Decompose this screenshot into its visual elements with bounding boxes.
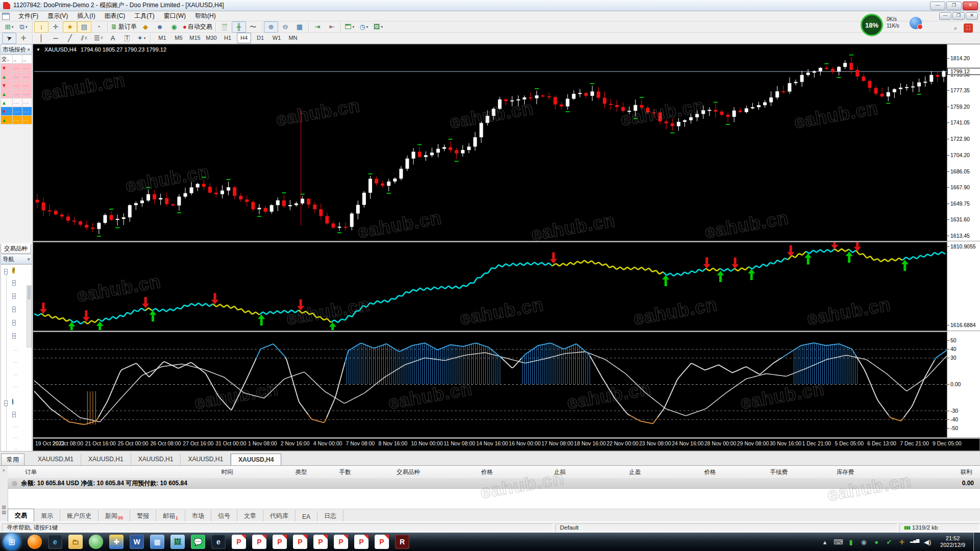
broadcast-button[interactable]: ◉ (167, 21, 181, 33)
taskbar-app-dooprime[interactable]: P (354, 535, 369, 549)
taskbar-app-dooprime[interactable]: P (313, 535, 328, 549)
terminal-tab-文章[interactable]: 文章 (237, 510, 263, 522)
menu-item-3[interactable]: 图表(C) (100, 11, 130, 20)
chart-tab-2[interactable]: XAUUSD,H1 (131, 454, 181, 466)
terminal-column-header[interactable]: 止损 (554, 468, 566, 476)
taskbar-app-iedark[interactable]: e (211, 535, 226, 549)
indicators-button[interactable]: 🗔▾ (342, 21, 357, 33)
text-button[interactable]: A (106, 33, 120, 44)
taskbar-app-word[interactable]: W (130, 535, 144, 549)
taskbar-app-photo[interactable]: 🖼 (170, 535, 185, 549)
market-symbol-row[interactable]: ▲······ (1, 98, 32, 107)
terminal-tab-代码库[interactable]: 代码库 (263, 510, 296, 522)
market-column-header[interactable]: .. (22, 55, 32, 64)
overlay-percent-badge[interactable]: 18% (861, 14, 883, 36)
timeframe-W1[interactable]: W1 (270, 33, 284, 43)
tree-expand-box[interactable]: + (12, 412, 16, 417)
terminal-tab-交易[interactable]: 交易 (8, 509, 34, 522)
menu-item-4[interactable]: 工具(T) (130, 11, 159, 20)
common-tab[interactable]: 常用 (1, 454, 24, 466)
tray-icon-speaker[interactable]: ◀) (923, 538, 932, 546)
terminal-column-header[interactable]: 价格 (481, 468, 493, 476)
taskbar-app-dooprime[interactable]: P (375, 535, 389, 549)
navigator-scrollbar[interactable] (27, 285, 32, 347)
taskbar-app-reader[interactable]: R (395, 535, 409, 549)
menu-item-6[interactable]: 帮助(H) (190, 11, 220, 20)
tree-expand-box[interactable]: + (12, 280, 16, 285)
text-label-button[interactable]: T (120, 33, 134, 44)
terminal-column-header[interactable]: 库存费 (837, 468, 854, 476)
terminal-column-header[interactable]: 类型 (296, 468, 307, 476)
status-profile-cell[interactable]: Default (555, 523, 897, 532)
chart-tab-0[interactable]: XAUUSD,M1 (31, 454, 81, 466)
chart-tab-4[interactable]: XAUUSD,H4 (231, 454, 281, 466)
tray-icon-usb-check[interactable]: ✔ (885, 538, 894, 546)
timeframe-H4[interactable]: H4 (237, 33, 251, 43)
main-price-chart[interactable] (34, 54, 947, 240)
zoom-out-button[interactable]: ⊖ (278, 21, 292, 33)
chart-tab-3[interactable]: XAUUSD,H1 (181, 454, 231, 466)
tray-icon-keyboard[interactable]: ⌨ (834, 538, 843, 546)
market-symbol-row[interactable]: ▼······ (1, 64, 32, 72)
fiji-trend-panel[interactable] (34, 242, 947, 330)
terminal-tab-警报[interactable]: 警报 (130, 510, 156, 522)
community-button[interactable]: ☻ (153, 21, 167, 33)
timeframe-M30[interactable]: M30 (204, 33, 218, 43)
terminal-column-header[interactable]: 手数 (339, 468, 351, 476)
taskbar-app-wechat[interactable]: 💬 (191, 535, 205, 549)
chevron-down-icon[interactable]: ▼ (36, 47, 40, 52)
taskbar-app-imgfolder[interactable]: ▦ (150, 535, 164, 549)
data-window-button[interactable]: ✛ (48, 21, 63, 33)
orders-column-label[interactable]: 订单 (25, 468, 37, 476)
taskbar-app-dooprime[interactable]: P (334, 535, 348, 549)
crosshair-button[interactable]: ✛ (16, 33, 31, 44)
tree-expand-box[interactable]: + (12, 333, 16, 338)
tree-leaf-stub[interactable]: ··· (13, 435, 18, 440)
vertical-line-button[interactable]: │ (34, 33, 48, 44)
timeframe-H1[interactable]: H1 (220, 33, 235, 43)
tray-icon-cast[interactable]: ◉ (859, 538, 868, 546)
indicators-group-icon[interactable]: f (12, 268, 15, 273)
tree-collapse-box[interactable]: − (4, 400, 8, 406)
terminal-tab-市场[interactable]: 市场 (185, 510, 211, 522)
periods-button[interactable]: ◷▾ (357, 21, 371, 33)
tree-leaf-stub[interactable]: ··· (13, 360, 18, 365)
trendline-button[interactable]: ╱ (63, 33, 77, 44)
bar-chart-button[interactable]: 𝄛 (217, 21, 232, 33)
tray-icon-usb-green[interactable]: ▮ (846, 538, 855, 546)
terminal-close-icon[interactable]: × (0, 468, 8, 473)
channel-button[interactable]: ⫽E (77, 33, 91, 44)
timeframe-M1[interactable]: M1 (155, 33, 169, 43)
taskbar-app-browser360[interactable] (89, 535, 103, 549)
tray-icon-gold-plus[interactable]: ✛ (897, 538, 906, 546)
close-button[interactable]: ✕ (963, 2, 978, 10)
capture-tool-icon[interactable]: ⛶ (964, 23, 973, 33)
tree-expand-box[interactable]: + (12, 320, 16, 325)
taskbar-app-dooprime[interactable]: P (232, 535, 246, 549)
symbols-tab[interactable]: 交易品种 (1, 243, 32, 254)
terminal-toggle[interactable]: ▤ (77, 21, 91, 33)
tray-icon-browser360-tray[interactable]: ● (872, 538, 881, 546)
taskbar-app-ie[interactable]: e (48, 535, 62, 549)
child-minimize-button[interactable]: — (939, 12, 951, 20)
profiles-button[interactable]: ⧉▾ (16, 21, 31, 33)
tree-expand-box[interactable]: + (12, 307, 16, 312)
market-symbol-row[interactable]: ▼······ (1, 107, 32, 116)
market-symbol-row[interactable]: ▲······ (1, 116, 32, 124)
terminal-column-header[interactable]: 止盈 (629, 468, 641, 476)
tree-leaf-stub[interactable]: ··· (13, 384, 18, 389)
terminal-column-header[interactable]: 时间 (222, 468, 233, 476)
new-order-button[interactable]: 🗎新订单 (109, 21, 138, 33)
candlestick-button[interactable]: ╫ (232, 21, 246, 33)
taskbar-app-dooprime[interactable]: P (293, 535, 307, 549)
child-close-button[interactable]: ✕ (966, 12, 978, 20)
taskbar-app-folder[interactable]: 🗀 (68, 535, 83, 549)
zoom-in-button[interactable]: ⊕ (264, 21, 278, 33)
tree-leaf-stub[interactable]: ··· (13, 347, 18, 353)
new-chart-button[interactable]: ⊞▾ (2, 21, 16, 33)
terminal-column-header[interactable]: 手续费 (770, 468, 788, 476)
magnifier-tool-icon[interactable]: ⌕ (950, 23, 961, 33)
chart-shift-button[interactable]: ⇤ (325, 21, 339, 33)
maximize-button[interactable]: ❐ (946, 2, 962, 10)
taskbar-app-dooprime[interactable]: P (273, 535, 287, 549)
